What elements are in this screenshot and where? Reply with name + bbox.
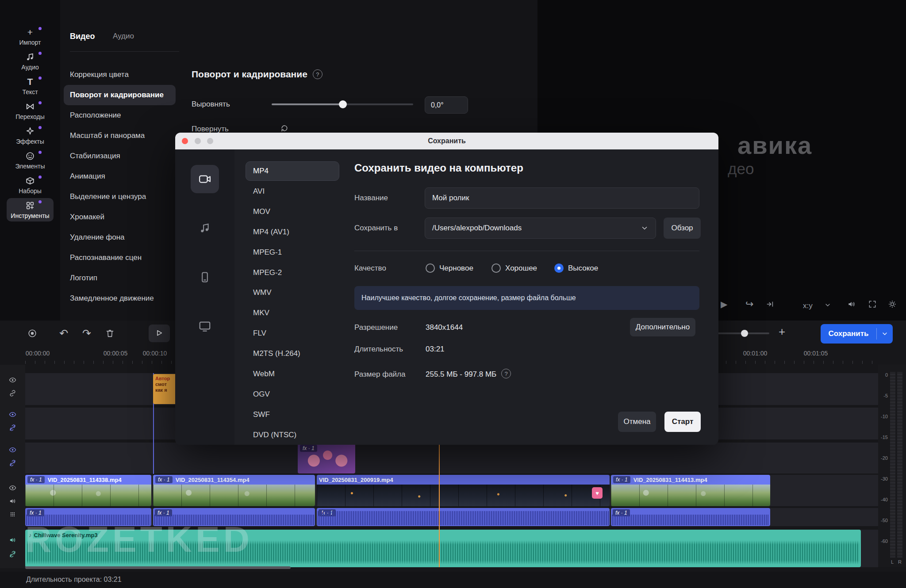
quality-radio-draft-label[interactable]: Черновое <box>439 264 473 273</box>
tool-item-color-correction[interactable]: Коррекция цвета <box>60 65 179 85</box>
tool-item-highlight-censor[interactable]: Выделение и цензура <box>60 187 179 207</box>
tab-video[interactable]: Видео <box>70 32 95 41</box>
audio-clip[interactable]: fx · 1 <box>317 508 610 526</box>
video-clip[interactable]: fx · 1VID_20250831_114413.mp4 <box>611 475 770 506</box>
align-value-field[interactable]: 0,0° <box>425 96 468 114</box>
format-item-wmv[interactable]: WMV <box>246 283 339 303</box>
quality-radio-good[interactable] <box>491 263 501 273</box>
format-item-flv[interactable]: FLV <box>246 324 339 343</box>
format-item-m2ts[interactable]: M2TS (H.264) <box>246 344 339 363</box>
tool-item-position[interactable]: Расположение <box>60 105 179 126</box>
timeline-zoom-slider[interactable] <box>712 332 769 334</box>
rotate-icon[interactable] <box>280 124 289 133</box>
tool-item-scene-detection[interactable]: Распознавание сцен <box>60 248 179 268</box>
target-tv-button[interactable] <box>191 312 219 340</box>
audio-clip[interactable]: fx · 1 <box>611 508 770 526</box>
track-visibility-icon[interactable] <box>9 484 16 492</box>
format-item-mkv[interactable]: MKV <box>246 303 339 323</box>
maximize-icon[interactable] <box>207 138 213 144</box>
zoom-in-icon[interactable]: + <box>779 326 785 337</box>
gear-icon[interactable] <box>888 300 897 309</box>
target-video-button[interactable] <box>191 165 219 193</box>
video-clip[interactable]: VID_20250831_200919.mp4 ♥ <box>317 475 610 506</box>
start-button[interactable]: Старт <box>664 412 701 432</box>
video-clip[interactable]: fx · 1VID_20250831_114338.mp4 <box>25 475 151 506</box>
format-item-avi[interactable]: AVI <box>246 182 339 201</box>
format-item-webm[interactable]: WebM <box>246 364 339 384</box>
chevron-down-icon[interactable] <box>824 302 831 309</box>
export-save-button[interactable]: Сохранить <box>821 324 893 344</box>
quality-radio-good-label[interactable]: Хорошее <box>505 264 537 273</box>
sidebar-item-packs[interactable]: Наборы <box>7 173 54 197</box>
help-icon[interactable]: ? <box>313 69 322 79</box>
tab-audio[interactable]: Аудио <box>113 32 134 41</box>
fullscreen-icon[interactable] <box>868 300 877 309</box>
minimize-icon[interactable] <box>195 138 201 144</box>
tool-item-logo[interactable]: Логотип <box>60 268 179 288</box>
align-slider[interactable] <box>272 103 413 105</box>
save-path-dropdown[interactable]: /Users/alexpob/Downloads <box>425 218 656 239</box>
close-icon[interactable] <box>182 138 188 144</box>
select-tool-button[interactable] <box>149 325 170 342</box>
record-icon[interactable] <box>27 328 37 338</box>
track-unlink-icon[interactable] <box>9 459 16 467</box>
format-item-mp4[interactable]: MP4 <box>246 161 339 181</box>
sidebar-item-elements[interactable]: Элементы <box>7 149 54 172</box>
tool-item-chroma-key[interactable]: Хромакей <box>60 207 179 227</box>
target-audio-button[interactable] <box>191 214 219 242</box>
align-slider-handle[interactable] <box>339 100 347 108</box>
heart-sticker[interactable]: ♥ <box>592 487 603 499</box>
aspect-ratio-selector[interactable]: x:y <box>803 301 813 311</box>
redo-icon[interactable]: ↷ <box>82 328 91 339</box>
sidebar-item-tools[interactable]: Инструменты <box>7 198 54 221</box>
video-clip[interactable]: fx · 1VID_20250831_114354.mp4 <box>153 475 315 506</box>
volume-icon[interactable] <box>847 300 856 309</box>
sidebar-item-text[interactable]: T Текст <box>7 74 54 98</box>
effect-clip[interactable]: fx · 1 <box>298 443 355 473</box>
target-mobile-button[interactable] <box>191 263 219 291</box>
filesize-help-icon[interactable]: ? <box>501 369 511 378</box>
audio-clip[interactable]: fx · 1 <box>25 508 151 526</box>
format-item-mpeg1[interactable]: MPEG-1 <box>246 243 339 262</box>
track-mute-icon[interactable] <box>9 497 16 505</box>
browse-button[interactable]: Обзор <box>664 218 701 239</box>
format-item-dvd-ntsc[interactable]: DVD (NTSC) <box>246 425 339 445</box>
track-visibility-icon[interactable] <box>9 376 16 384</box>
track-link-icon[interactable] <box>9 389 16 397</box>
sidebar-item-audio[interactable]: Аудио <box>7 50 54 73</box>
sidebar-item-import[interactable]: + Импорт <box>7 25 54 48</box>
format-item-ogv[interactable]: OGV <box>246 385 339 404</box>
format-item-mov[interactable]: MOV <box>246 202 339 221</box>
track-options-icon[interactable] <box>9 511 16 518</box>
track-visibility-icon[interactable] <box>9 411 16 418</box>
share-arrow-icon[interactable]: ↪ <box>745 299 753 309</box>
quality-radio-high[interactable] <box>554 263 564 273</box>
tool-item-stabilization[interactable]: Стабилизация <box>60 146 179 166</box>
tool-item-slow-motion[interactable]: Замедленное движение <box>60 288 179 309</box>
format-item-mp4-av1[interactable]: MP4 (AV1) <box>246 222 339 242</box>
tool-item-rotate-crop[interactable]: Поворот и кадрирование <box>64 85 176 105</box>
timeline-zoom-handle[interactable] <box>741 330 748 337</box>
chevron-down-icon[interactable] <box>877 324 893 344</box>
play-icon[interactable]: ▶ <box>721 299 727 309</box>
undo-icon[interactable]: ↶ <box>59 328 68 339</box>
sidebar-item-effects[interactable]: Эффекты <box>7 124 54 147</box>
name-input[interactable]: Мой ролик <box>425 187 699 209</box>
tool-item-pan-zoom[interactable]: Масштаб и панорама <box>60 126 179 146</box>
track-unlink-icon[interactable] <box>9 550 16 558</box>
sidebar-item-transitions[interactable]: Переходы <box>7 99 54 122</box>
tool-item-animation[interactable]: Анимация <box>60 166 179 187</box>
timeline-scrollbar[interactable] <box>25 566 291 569</box>
delete-icon[interactable] <box>105 328 115 338</box>
cancel-button[interactable]: Отмена <box>618 412 656 432</box>
track-visibility-icon[interactable] <box>9 446 16 454</box>
tool-item-bg-removal[interactable]: Удаление фона <box>60 227 179 248</box>
music-clip[interactable]: ♪Chillwave Serenity.mp3 <box>25 530 861 567</box>
track-mute-icon[interactable] <box>9 536 16 544</box>
format-item-swf[interactable]: SWF <box>246 405 339 424</box>
next-frame-icon[interactable] <box>766 300 775 309</box>
quality-radio-high-label[interactable]: Высокое <box>568 264 598 273</box>
format-item-mpeg2[interactable]: MPEG-2 <box>246 263 339 283</box>
track-unlink-icon[interactable] <box>9 424 16 431</box>
audio-clip[interactable]: fx · 1 <box>153 508 315 526</box>
